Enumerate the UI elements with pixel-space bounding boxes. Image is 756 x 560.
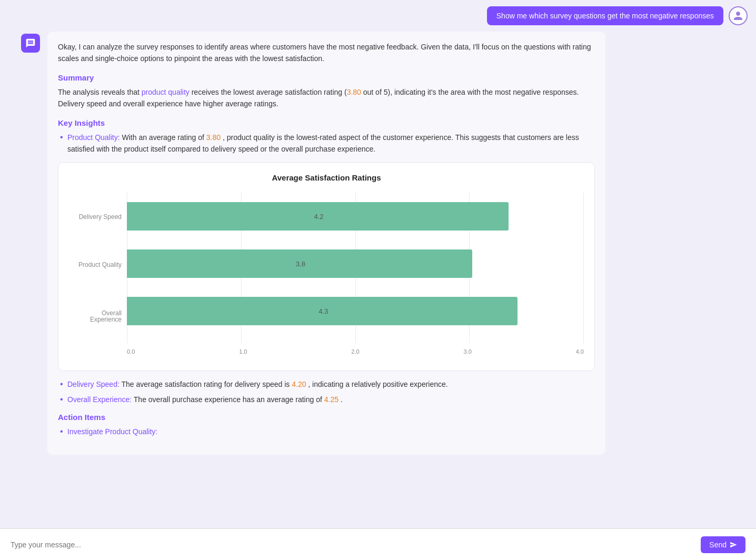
bars-area: 4.2 3.8	[127, 193, 584, 346]
bar-row-delivery: 4.2	[127, 193, 584, 240]
insight-label-1: Product Quality:	[67, 133, 120, 142]
chart-body: 4.2 3.8	[127, 193, 584, 355]
bar-value-overall: 4.3	[319, 307, 328, 315]
intro-text: Okay, I can analyze the survey responses…	[58, 41, 595, 65]
insight-oe-label: Overall Experience:	[67, 395, 132, 404]
avatar-icon	[733, 11, 743, 21]
insight-ds-value: 4.20	[292, 380, 306, 388]
ai-response-block: Okay, I can analyze the survey responses…	[21, 32, 735, 455]
ai-icon	[25, 38, 36, 48]
y-label-overall: Overall Experience	[69, 310, 122, 323]
insight-overall-exp: Overall Experience: The overall purchase…	[58, 394, 595, 405]
action-items-list: Investigate Product Quality:	[58, 426, 595, 437]
x-label-4: 4.0	[576, 348, 584, 355]
summary-title: Summary	[58, 73, 595, 82]
insight-delivery-speed: Delivery Speed: The average satisfaction…	[58, 378, 595, 390]
y-label-quality: Product Quality	[69, 262, 122, 268]
input-bar: Send	[0, 528, 756, 560]
insight-ds-text2: , indicating a relatively positive exper…	[308, 380, 447, 388]
summary-paragraph: The analysis reveals that product qualit…	[58, 86, 595, 110]
insight-value-1: 3.80	[206, 133, 221, 142]
chart-area: Delivery Speed Product Quality Overall E…	[69, 193, 584, 355]
insight-oe-text1: The overall purchase experience has an a…	[134, 395, 324, 404]
bar-quality: 3.8	[127, 249, 472, 278]
y-axis: Delivery Speed Product Quality Overall E…	[69, 193, 127, 355]
chart-title: Average Satisfaction Ratings	[69, 173, 584, 182]
insight-oe-text2: .	[341, 395, 343, 404]
y-label-delivery: Delivery Speed	[69, 214, 122, 220]
insight-oe-value: 4.25	[324, 395, 339, 404]
message-input[interactable]	[11, 541, 695, 549]
key-insights-title: Key Insights	[58, 118, 595, 127]
bar-value-quality: 3.8	[296, 260, 305, 268]
main-content: Okay, I can analyze the survey responses…	[0, 32, 756, 528]
insight-ds-label: Delivery Speed:	[67, 380, 120, 388]
user-avatar	[729, 6, 748, 25]
bar-delivery: 4.2	[127, 202, 509, 231]
x-label-0: 0.0	[127, 348, 135, 355]
action-item-1: Investigate Product Quality:	[58, 426, 595, 437]
key-insights-list: Product Quality: With an average rating …	[58, 132, 595, 155]
query-text: Show me which survey questions get the m…	[496, 12, 714, 20]
summary-before: The analysis reveals that	[58, 88, 142, 96]
top-bar: Show me which survey questions get the m…	[0, 0, 756, 32]
send-button[interactable]: Send	[701, 536, 745, 553]
bar-row-quality: 3.8	[127, 240, 584, 287]
ai-avatar	[21, 34, 40, 53]
summary-highlight-product: product quality	[142, 88, 190, 96]
send-label: Send	[709, 541, 727, 549]
send-icon	[730, 541, 737, 548]
action-item-1-label: Investigate Product Quality:	[67, 427, 157, 436]
bar-row-overall: 4.3	[127, 287, 584, 335]
x-label-3: 3.0	[464, 348, 472, 355]
query-bubble: Show me which survey questions get the m…	[487, 6, 723, 25]
action-items-title: Action Items	[58, 413, 595, 422]
summary-rating-value: 3.80	[347, 88, 361, 96]
insights-list-2: Delivery Speed: The average satisfaction…	[58, 378, 595, 405]
x-axis: 0.0 1.0 2.0 3.0 4.0	[127, 348, 584, 355]
chart-container: Average Satisfaction Ratings Delivery Sp…	[58, 162, 595, 371]
response-body: Okay, I can analyze the survey responses…	[47, 32, 605, 455]
x-label-1: 1.0	[239, 348, 247, 355]
bar-value-delivery: 4.2	[314, 213, 324, 221]
x-label-2: 2.0	[351, 348, 359, 355]
bar-overall: 4.3	[127, 297, 518, 325]
summary-middle: receives the lowest average satisfaction…	[190, 88, 347, 96]
key-insight-item-1: Product Quality: With an average rating …	[58, 132, 595, 155]
insight-text-1a: With an average rating of	[122, 133, 206, 142]
insight-ds-text1: The average satisfaction rating for deli…	[121, 380, 292, 388]
